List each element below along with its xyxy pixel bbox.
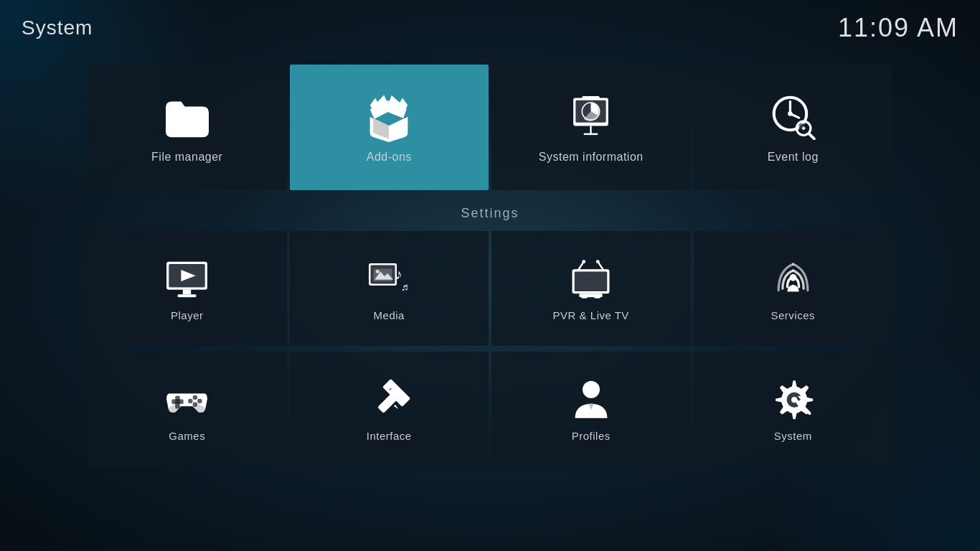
interface-label: Interface <box>367 430 412 442</box>
svg-line-16 <box>809 133 814 138</box>
folder-icon <box>162 92 212 142</box>
tile-pvr-live-tv[interactable]: PVR & Live TV <box>491 231 691 346</box>
tile-system[interactable]: System <box>694 352 893 466</box>
tile-profiles[interactable]: Profiles <box>491 352 691 466</box>
gamepad-icon <box>164 376 210 423</box>
svg-point-35 <box>596 260 600 263</box>
header: System 11:09 AM <box>0 0 980 56</box>
games-label: Games <box>169 430 205 442</box>
svg-rect-39 <box>582 296 588 298</box>
svg-point-45 <box>197 399 202 404</box>
svg-point-54 <box>583 381 600 398</box>
tile-system-information[interactable]: System information <box>491 65 691 190</box>
tile-player[interactable]: Player <box>88 231 287 346</box>
clock-search-icon <box>768 92 818 142</box>
gear-wrench-icon <box>770 376 816 423</box>
svg-point-46 <box>193 402 198 408</box>
settings-section: Settings Player <box>86 206 894 468</box>
event-log-label: Event log <box>768 151 819 164</box>
tile-services[interactable]: Services <box>694 231 893 346</box>
file-manager-label: File manager <box>151 151 222 164</box>
settings-row-1: Player ♪ ♬ <box>86 230 894 347</box>
svg-point-34 <box>583 260 586 263</box>
svg-point-44 <box>193 395 198 400</box>
tile-media[interactable]: ♪ ♬ Media <box>290 231 489 346</box>
system-label: System <box>774 430 812 442</box>
svg-rect-24 <box>178 294 197 297</box>
tile-interface[interactable]: Interface <box>290 352 489 466</box>
broadcast-icon <box>770 255 816 302</box>
settings-title: Settings <box>86 206 894 221</box>
chart-icon <box>566 92 616 142</box>
svg-rect-43 <box>172 400 184 405</box>
add-ons-label: Add-ons <box>367 151 412 164</box>
top-row: File manager <box>86 63 894 192</box>
svg-point-47 <box>188 399 193 404</box>
tile-games[interactable]: Games <box>88 352 287 466</box>
main-content: File manager <box>0 56 980 485</box>
tv-icon <box>567 255 614 302</box>
tile-file-manager[interactable]: File manager <box>88 65 287 190</box>
tools-icon <box>366 376 413 423</box>
tile-event-log[interactable]: Event log <box>694 65 893 190</box>
svg-rect-10 <box>583 96 600 99</box>
system-information-label: System information <box>539 151 644 164</box>
media-label: Media <box>374 309 405 321</box>
clock: 11:09 AM <box>838 13 958 43</box>
svg-rect-37 <box>575 271 608 291</box>
player-label: Player <box>171 309 204 321</box>
settings-row-2: Games Interfa <box>86 350 894 468</box>
services-label: Services <box>771 309 815 321</box>
pvr-live-tv-label: PVR & Live TV <box>553 309 629 321</box>
media-icon: ♪ ♬ <box>366 255 413 302</box>
svg-text:♬: ♬ <box>401 281 409 293</box>
svg-rect-23 <box>183 289 191 294</box>
monitor-play-icon <box>164 255 210 302</box>
svg-text:♪: ♪ <box>395 266 402 282</box>
svg-point-41 <box>789 274 796 281</box>
profiles-label: Profiles <box>572 430 611 442</box>
tile-add-ons[interactable]: Add-ons <box>290 65 489 190</box>
svg-point-29 <box>376 270 380 273</box>
svg-rect-40 <box>595 296 600 298</box>
svg-line-14 <box>790 113 798 118</box>
person-icon <box>567 376 614 423</box>
box-icon <box>364 92 414 142</box>
page-title: System <box>22 17 93 39</box>
svg-marker-53 <box>394 404 399 409</box>
